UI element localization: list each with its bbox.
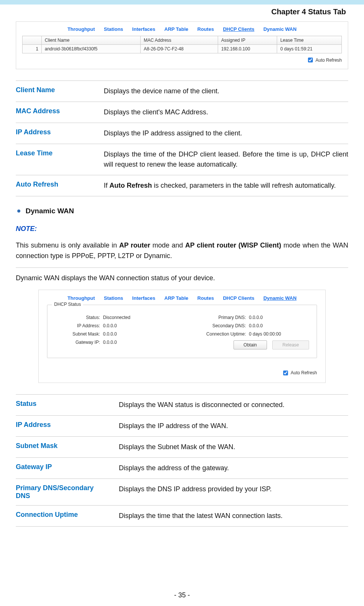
dynamic-wan-heading: Dynamic WAN [16,207,348,215]
cell-lease: 0 days 01:59:21 [277,45,342,53]
dhcp-tabs: Throughput Stations Interfaces ARP Table… [22,26,342,32]
col-assigned-ip: Assigned IP [218,36,277,45]
def-row: IP Address Displays the IP address of th… [16,415,348,436]
field-subnet-mask: Subnet Mask: 0.0.0.0 [55,331,174,337]
def-row: IP Address Displays the IP address assig… [16,123,348,144]
tab-stations[interactable]: Stations [104,295,123,301]
obtain-button[interactable]: Obtain [234,340,267,349]
field-label: Primary DNS: [190,315,246,320]
def-row: Primary DNS/Secondary DNS Displays the D… [16,478,348,505]
tab-dhcp-clients[interactable]: DHCP Clients [223,295,255,301]
tab-routes[interactable]: Routes [197,295,214,301]
col-index [23,36,42,45]
tab-interfaces[interactable]: Interfaces [132,295,155,301]
page: Chapter 4 Status Tab Throughput Stations… [0,0,364,606]
tab-dhcp-clients[interactable]: DHCP Clients [223,26,255,32]
def-desc: Displays the time that the latest WAN co… [119,511,348,521]
dynamic-wan-title: Dynamic WAN [26,207,74,215]
tab-dynamic-wan[interactable]: Dynamic WAN [263,295,296,301]
def-desc: If Auto Refresh is checked, parameters i… [104,181,348,191]
field-connection-uptime: Connection Uptime: 0 days 00:00:00 [190,331,309,337]
field-value: 0.0.0.0 [249,323,263,328]
table-header-row: Client Name MAC Address Assigned IP Leas… [23,36,342,45]
note-label: NOTE: [16,225,348,233]
release-button[interactable]: Release [272,340,309,349]
auto-refresh-label: Auto Refresh [291,370,317,375]
def-desc: Displays the address of the gateway. [119,463,348,473]
tab-dynamic-wan[interactable]: Dynamic WAN [263,26,296,32]
def-row: Subnet Mask Displays the Subnet Mask of … [16,436,348,457]
wan-defs: Status Displays the WAN status is discon… [16,394,348,527]
auto-refresh-checkbox[interactable] [283,371,288,375]
tab-stations[interactable]: Stations [104,26,123,32]
dynamic-wan-intro: Dynamic WAN displays the WAN connection … [16,273,348,284]
def-term: IP Address [16,421,110,431]
def-row: Lease Time Displays the time of the DHCP… [16,144,348,175]
def-row: Status Displays the WAN status is discon… [16,394,348,415]
auto-refresh-row: Auto Refresh [22,56,342,64]
field-label: Status: [55,315,100,320]
cell-ip: 192.168.0.100 [218,45,277,53]
wan-tabs: Throughput Stations Interfaces ARP Table… [47,295,317,301]
def-term: Subnet Mask [16,442,110,452]
def-term: Connection Uptime [16,511,110,521]
def-term: IP Address [16,128,95,138]
def-term: Lease Time [16,149,95,170]
field-value: 0 days 00:00:00 [249,331,281,337]
def-term: Auto Refresh [16,181,95,191]
def-desc: Displays the IP address of the WAN. [119,421,348,431]
cell-index: 1 [23,45,42,53]
def-row: Connection Uptime Displays the time that… [16,505,348,527]
def-term: Gateway IP [16,463,110,473]
chapter-title: Chapter 4 Status Tab [16,5,348,18]
tab-arp-table[interactable]: ARP Table [164,26,188,32]
field-ip-address: IP Address: 0.0.0.0 [55,323,174,328]
field-value: 0.0.0.0 [103,340,117,345]
field-primary-dns: Primary DNS: 0.0.0.0 [190,315,309,320]
def-row: MAC Address Displays the client's MAC Ad… [16,102,348,123]
field-value: 0.0.0.0 [249,315,263,320]
divider [16,267,348,268]
table-row: 1 android-3b0618fbcf4330f5 A8-26-D9-7C-F… [23,45,342,53]
def-row: Client Name Displays the device name of … [16,80,348,102]
fieldset-legend: DHCP Status [52,302,83,307]
tab-interfaces[interactable]: Interfaces [132,26,155,32]
field-label: Secondary DNS: [190,323,246,328]
cell-client-name: android-3b0618fbcf4330f5 [42,45,141,53]
auto-refresh-row: Auto Refresh [47,369,317,377]
field-label: IP Address: [55,323,100,328]
col-client-name: Client Name [42,36,141,45]
page-number: - 35 - [0,591,364,599]
def-desc: Displays the WAN status is disconnected … [119,400,348,410]
field-status: Status: Disconnected [55,315,174,320]
dhcp-clients-panel: Throughput Stations Interfaces ARP Table… [16,21,348,69]
def-term: Status [16,400,110,410]
def-term: MAC Address [16,107,95,117]
cell-mac: A8-26-D9-7C-F2-48 [141,45,218,53]
field-gateway-ip: Gateway IP: 0.0.0.0 [55,340,174,345]
tab-routes[interactable]: Routes [197,26,214,32]
dynamic-wan-panel: Throughput Stations Interfaces ARP Table… [38,290,326,383]
def-desc: Displays the time of the DHCP client lea… [104,149,348,170]
def-desc: Displays the device name of the client. [104,86,348,96]
field-secondary-dns: Secondary DNS: 0.0.0.0 [190,323,309,328]
field-value: Disconnected [103,315,130,320]
fieldset-left-col: Status: Disconnected IP Address: 0.0.0.0… [55,312,174,349]
auto-refresh-checkbox[interactable] [308,58,313,62]
def-desc: Displays the client's MAC Address. [104,107,348,117]
field-label: Subnet Mask: [55,331,100,337]
def-desc: Displays the Subnet Mask of the WAN. [119,442,348,452]
field-value: 0.0.0.0 [103,323,117,328]
tab-throughput[interactable]: Throughput [67,295,95,301]
def-desc: Displays the IP address assigned to the … [104,128,348,138]
note-text: This submenu is only available in AP rou… [16,240,348,261]
field-value: 0.0.0.0 [103,331,117,337]
button-row: Obtain Release [190,340,309,349]
fieldset-right-col: Primary DNS: 0.0.0.0 Secondary DNS: 0.0.… [190,312,309,349]
field-label: Connection Uptime: [190,331,246,337]
bullet-icon [17,210,20,213]
dhcp-status-fieldset: DHCP Status Status: Disconnected IP Addr… [47,305,317,358]
tab-arp-table[interactable]: ARP Table [164,295,188,301]
tab-throughput[interactable]: Throughput [67,26,95,32]
dhcp-defs: Client Name Displays the device name of … [16,80,348,196]
